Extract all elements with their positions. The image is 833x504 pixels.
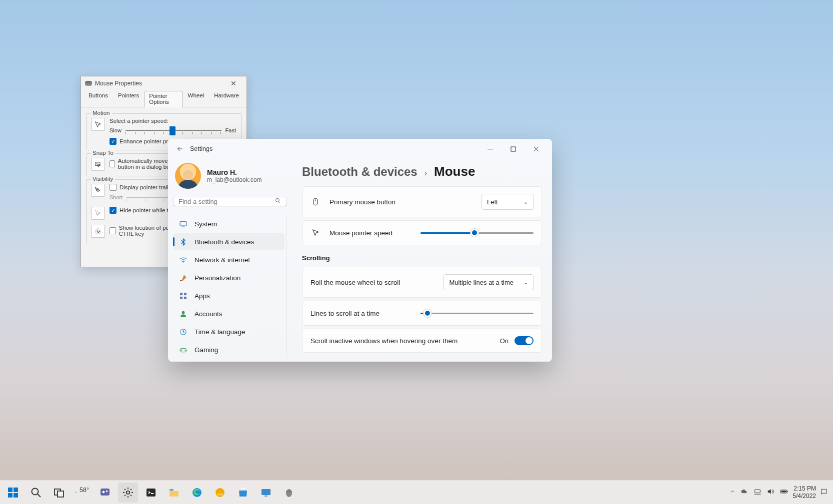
- tab-pointers[interactable]: Pointers: [114, 90, 144, 107]
- settings-titlebar[interactable]: Settings: [168, 139, 552, 159]
- svg-rect-21: [14, 493, 18, 498]
- search-input[interactable]: [178, 198, 274, 205]
- nav-accounts[interactable]: Accounts: [173, 305, 284, 322]
- settings-button[interactable]: [118, 483, 138, 503]
- globe-clock-icon: [179, 328, 188, 336]
- svg-rect-17: [314, 198, 318, 205]
- group-motion-title: Motion: [90, 110, 112, 116]
- edge-button[interactable]: [187, 483, 207, 503]
- svg-rect-40: [787, 491, 788, 493]
- notifications-icon[interactable]: [820, 488, 828, 497]
- svg-rect-35: [262, 489, 270, 495]
- settings-sidebar: Mauro H. m_lab@outlook.com System Blueto…: [168, 159, 292, 362]
- hide-typing-icon: [92, 207, 104, 220]
- explorer-button[interactable]: [164, 483, 184, 503]
- pointer-trails-icon: [92, 184, 104, 197]
- chevron-down-icon: ⌄: [524, 279, 528, 286]
- svg-point-6: [183, 262, 184, 263]
- lines-scroll-slider[interactable]: [420, 308, 534, 318]
- group-visibility-title: Visibility: [90, 176, 115, 182]
- battery-icon[interactable]: [780, 487, 788, 498]
- pointer-speed-label: Mouse pointer speed: [330, 229, 412, 237]
- mouse-properties-titlebar[interactable]: Mouse Properties ✕: [81, 76, 246, 90]
- nav-gaming[interactable]: Gaming: [173, 341, 284, 358]
- svg-rect-24: [58, 491, 64, 497]
- roll-wheel-dropdown[interactable]: Multiple lines at a time ⌄: [444, 274, 534, 290]
- task-view-button[interactable]: [49, 483, 69, 503]
- trails-short-label: Short: [110, 194, 122, 200]
- svg-rect-8: [180, 293, 182, 295]
- tab-buttons[interactable]: Buttons: [84, 90, 112, 107]
- tray-chevron-icon[interactable]: [730, 489, 736, 496]
- user-profile[interactable]: Mauro H. m_lab@outlook.com: [175, 163, 285, 189]
- scroll-inactive-toggle[interactable]: [514, 336, 534, 345]
- nav-network[interactable]: Network & internet: [173, 251, 284, 268]
- tab-wheel[interactable]: Wheel: [184, 90, 209, 107]
- svg-point-37: [286, 489, 292, 497]
- lines-scroll-label: Lines to scroll at a time: [310, 310, 412, 317]
- search-icon: [274, 197, 282, 206]
- svg-point-15: [184, 349, 185, 350]
- store-button[interactable]: [233, 483, 253, 503]
- settings-window: Settings Mauro H. m_lab@outlook.com: [168, 139, 552, 362]
- user-name: Mauro H.: [207, 168, 262, 176]
- settings-title: Settings: [190, 145, 212, 152]
- nav-system[interactable]: System: [173, 215, 284, 232]
- svg-point-1: [96, 229, 101, 234]
- pointer-speed-slider[interactable]: [420, 228, 534, 238]
- card-scroll-inactive: Scroll inactive windows when hovering ov…: [302, 329, 542, 353]
- svg-point-16: [185, 350, 186, 351]
- svg-point-4: [276, 198, 279, 202]
- start-button[interactable]: [3, 483, 23, 503]
- svg-point-29: [126, 491, 130, 494]
- back-button[interactable]: [173, 142, 187, 156]
- terminal-button[interactable]: [141, 483, 161, 503]
- pointer-speed-slider[interactable]: [126, 126, 222, 135]
- nav-apps[interactable]: Apps: [173, 287, 284, 304]
- primary-button-label: Primary mouse button: [330, 198, 472, 206]
- cursor-icon: [310, 228, 320, 238]
- avatar: [175, 163, 201, 189]
- settings-nav: System Bluetooth & devices Network & int…: [173, 215, 287, 358]
- apps-icon: [179, 292, 188, 300]
- gamepad-icon: [179, 346, 188, 354]
- svg-point-28: [106, 490, 108, 492]
- svg-rect-5: [180, 221, 186, 226]
- tab-pointer-options[interactable]: Pointer Options: [144, 91, 182, 107]
- primary-button-dropdown[interactable]: Left ⌄: [482, 194, 534, 210]
- speed-fast-label: Fast: [226, 127, 236, 133]
- system-icon: [179, 220, 188, 228]
- search-button[interactable]: [26, 483, 46, 503]
- breadcrumb-parent[interactable]: Bluetooth & devices: [302, 165, 418, 179]
- edge-canary-button[interactable]: CAN: [210, 483, 230, 503]
- svg-text:CAN: CAN: [217, 493, 224, 496]
- card-roll-wheel: Roll the mouse wheel to scroll Multiple …: [302, 267, 542, 298]
- nav-time-language[interactable]: Time & language: [173, 323, 284, 340]
- svg-rect-19: [14, 488, 18, 492]
- tab-hardware[interactable]: Hardware: [210, 90, 244, 107]
- pc-info-button[interactable]: [256, 483, 276, 503]
- nav-bluetooth-devices[interactable]: Bluetooth & devices: [173, 233, 284, 250]
- svg-rect-7: [180, 280, 182, 281]
- clock[interactable]: 2:15 PM 5/4/2022: [792, 485, 816, 500]
- close-button[interactable]: ✕: [224, 77, 242, 89]
- maximize-button[interactable]: [505, 142, 521, 156]
- brush-icon: [179, 274, 188, 282]
- minimize-button[interactable]: [482, 142, 498, 156]
- mouse-app-button[interactable]: [279, 483, 299, 503]
- svg-rect-11: [184, 296, 186, 299]
- svg-point-12: [182, 311, 185, 314]
- section-scrolling-title: Scrolling: [302, 254, 542, 262]
- network-tray-icon[interactable]: [754, 488, 762, 497]
- weather-widget[interactable]: 58°: [72, 483, 92, 503]
- volume-icon[interactable]: [766, 488, 774, 497]
- wifi-icon: [179, 256, 188, 264]
- search-field[interactable]: [173, 197, 287, 206]
- onedrive-icon[interactable]: [740, 488, 748, 497]
- teams-button[interactable]: [95, 483, 115, 503]
- pointer-speed-icon: [92, 118, 104, 131]
- close-button[interactable]: [528, 142, 544, 156]
- nav-personalization[interactable]: Personalization: [173, 269, 284, 286]
- svg-rect-41: [782, 491, 786, 493]
- speed-slow-label: Slow: [110, 127, 122, 133]
